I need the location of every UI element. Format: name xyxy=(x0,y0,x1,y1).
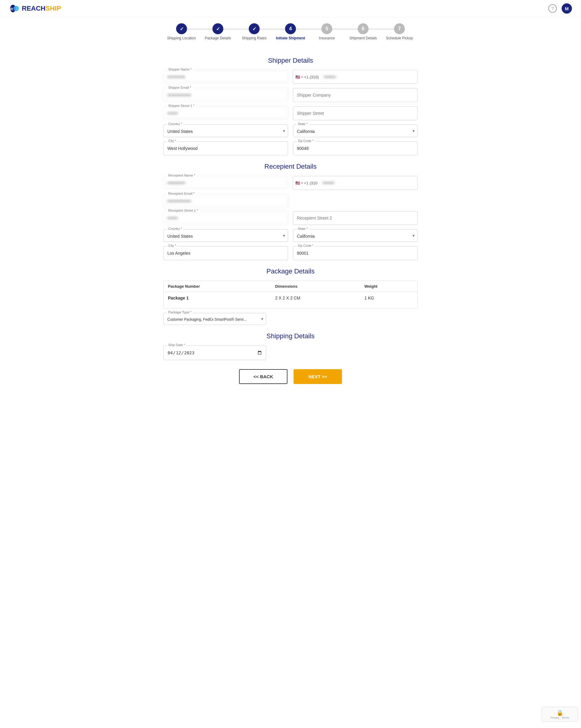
recipient-city-input[interactable] xyxy=(163,246,288,260)
shipper-street1-group: Shipper Street 1 * xyxy=(163,106,288,120)
recipient-zip-input[interactable] xyxy=(293,246,418,260)
recipient-country-select-wrapper: United States xyxy=(163,229,288,242)
recipient-phone-input[interactable] xyxy=(320,176,417,189)
step-label-4: Initiate Shipment xyxy=(276,36,305,40)
logo-text: REACHSHIP xyxy=(22,4,61,12)
shipper-country-group: Country * United States xyxy=(163,125,288,137)
shipper-street1-input[interactable] xyxy=(163,106,288,119)
step-label-3: Shipping Rates xyxy=(242,36,266,40)
recipient-street1-group: Recepient Street 1 * xyxy=(163,211,288,225)
shipper-phone-input[interactable] xyxy=(321,70,417,84)
step-circle-6: 6 xyxy=(358,23,368,34)
recipient-placeholder-group xyxy=(293,194,418,207)
package-details-title: Package Details xyxy=(163,267,418,275)
recipient-state-label: State * xyxy=(297,227,309,230)
package-table-header: Package Number Dimensions Weight xyxy=(164,281,417,292)
shipper-row-3: Shipper Street 1 * xyxy=(163,106,418,120)
shipper-company-input[interactable] xyxy=(293,88,418,102)
shipper-country-label: Country * xyxy=(167,122,184,126)
shipper-zip-input[interactable] xyxy=(293,141,418,155)
ship-date-input[interactable] xyxy=(163,345,266,360)
recipient-street2-input[interactable] xyxy=(293,211,418,225)
recipient-details-title: Recepient Details xyxy=(163,163,418,171)
recipient-street1-input[interactable] xyxy=(163,211,288,224)
recipient-phone-prefix: +1 (310 xyxy=(304,181,317,185)
shipper-row-4: Country * United States State * Californ… xyxy=(163,125,418,137)
package-table-container: Package Number Dimensions Weight Package… xyxy=(163,281,418,309)
ship-date-group: Ship Date * xyxy=(163,345,266,360)
package-type-select-wrapper: Customer Packaging, FedEx SmartPost® Ser… xyxy=(163,313,266,325)
package-type-group: Package Type * Customer Packaging, FedEx… xyxy=(163,313,266,325)
shipper-email-input[interactable] xyxy=(163,88,288,101)
shipper-row-2: Shipper Email * xyxy=(163,88,418,102)
recipient-name-label: Recepient Name * xyxy=(167,174,196,177)
shipper-state-select[interactable]: California xyxy=(293,125,418,137)
package-row-1: Package 1 2 X 2 X 2 CM 1 KG xyxy=(164,292,417,304)
recipient-row-4: Country * United States State * Californ… xyxy=(163,229,418,242)
shipper-row-1: Shipper Name * 🇺🇸 • +1 (310) xyxy=(163,70,418,84)
shipper-street2-input[interactable] xyxy=(293,106,418,120)
help-icon[interactable]: ? xyxy=(548,4,557,13)
next-button[interactable]: NEXT >> xyxy=(294,369,342,384)
recipient-state-select-wrapper: California xyxy=(293,229,418,242)
recipient-email-group: Recepient Email * xyxy=(163,194,288,207)
svg-point-1 xyxy=(13,6,19,11)
recipient-flag-emoji: 🇺🇸 xyxy=(295,181,300,185)
step-circle-5: 5 xyxy=(321,23,332,34)
step-shipping-rates[interactable]: ✓ Shipping Rates xyxy=(236,23,272,40)
step-label-7: Schedule Pickup xyxy=(386,36,413,40)
recipient-state-select[interactable]: California xyxy=(293,229,418,242)
shipper-street1-label: Shipper Street 1 * xyxy=(167,104,196,107)
shipper-state-group: State * California xyxy=(293,125,418,137)
recipient-email-input[interactable] xyxy=(163,194,288,207)
phone-dot: • xyxy=(301,75,303,79)
recipient-country-select[interactable]: United States xyxy=(163,229,288,242)
step-circle-2: ✓ xyxy=(213,23,223,34)
ship-date-label: Ship Date * xyxy=(167,343,186,347)
shipping-date-row: Ship Date * xyxy=(163,345,418,360)
recipient-zip-label: Zip Code * xyxy=(297,244,315,248)
shipper-state-label: State * xyxy=(297,122,309,126)
stepper: ✓ Shipping Location ✓ Package Details ✓ … xyxy=(0,17,581,43)
step-schedule-pickup[interactable]: 7 Schedule Pickup xyxy=(381,23,418,40)
step-shipment-details[interactable]: 6 Shipment Details xyxy=(345,23,381,40)
recipient-phone-group: 🇺🇸 • +1 (310 xyxy=(293,176,418,190)
recipient-name-input[interactable] xyxy=(163,176,288,189)
shipper-city-input[interactable] xyxy=(163,141,288,155)
col-weight: Weight xyxy=(360,281,417,292)
user-avatar[interactable]: M xyxy=(562,3,572,14)
shipper-phone-flag: 🇺🇸 • +1 (310) xyxy=(293,72,321,82)
step-label-2: Package Details xyxy=(205,36,231,40)
recipient-name-group: Recepient Name * xyxy=(163,176,288,190)
shipping-details-title: Shipping Details xyxy=(163,332,418,340)
recipient-zip-group: Zip Code * xyxy=(293,246,418,260)
recipient-email-label: Recepient Email * xyxy=(167,192,196,195)
logo-icon: R xyxy=(9,3,20,14)
package-table: Package Number Dimensions Weight Package… xyxy=(164,281,417,304)
shipper-email-group: Shipper Email * xyxy=(163,88,288,102)
package-weight-cell: 1 KG xyxy=(360,292,417,304)
step-shipping-location[interactable]: ✓ Shipping Location xyxy=(163,23,200,40)
shipper-country-select[interactable]: United States xyxy=(163,125,288,137)
step-initiate-shipment[interactable]: 4 Initiate Shipment xyxy=(272,23,309,40)
shipper-row-5: City * Zip Code * xyxy=(163,141,418,155)
recipient-phone-dot: • xyxy=(301,181,303,185)
step-circle-4: 4 xyxy=(285,23,296,34)
package-type-select[interactable]: Customer Packaging, FedEx SmartPost® Ser… xyxy=(163,313,266,325)
shipper-city-group: City * xyxy=(163,141,288,155)
recipient-row-1: Recepient Name * 🇺🇸 • +1 (310 xyxy=(163,176,418,190)
shipper-name-input[interactable] xyxy=(163,70,288,83)
shipper-email-label: Shipper Email * xyxy=(167,86,192,89)
package-number-cell: Package 1 xyxy=(164,292,271,304)
package-dimensions-cell: 2 X 2 X 2 CM xyxy=(271,292,360,304)
step-circle-7: 7 xyxy=(394,23,405,34)
shipper-company-group xyxy=(293,88,418,102)
back-button[interactable]: << BACK xyxy=(239,369,287,384)
recipient-row-3: Recepient Street 1 * xyxy=(163,211,418,225)
shipper-name-label: Shipper Name * xyxy=(167,68,193,71)
step-package-details[interactable]: ✓ Package Details xyxy=(200,23,236,40)
shipper-zip-label: Zip Code * xyxy=(297,139,315,142)
step-insurance[interactable]: 5 Insurance xyxy=(309,23,345,40)
shipper-state-select-wrapper: California xyxy=(293,125,418,137)
header-right: ? M xyxy=(548,3,572,14)
